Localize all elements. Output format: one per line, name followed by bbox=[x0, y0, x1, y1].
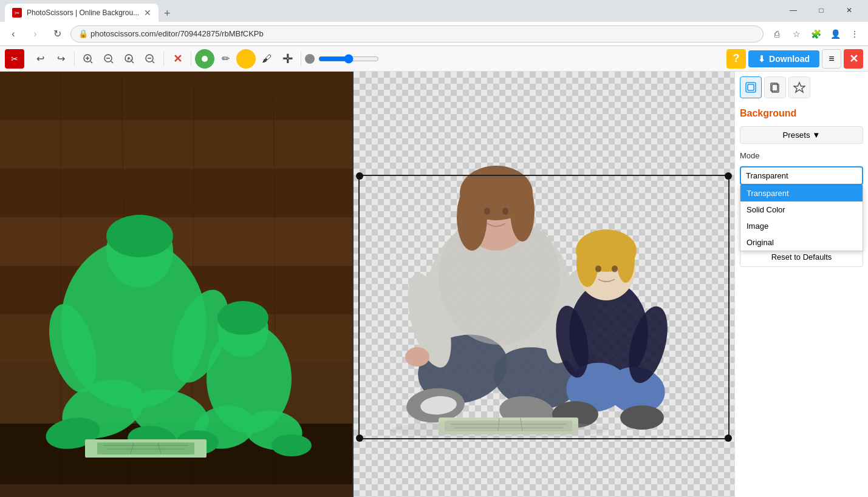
tab-star[interactable] bbox=[788, 76, 810, 98]
forward-btn[interactable]: › bbox=[27, 25, 44, 42]
svg-line-14 bbox=[152, 61, 154, 63]
svg-point-38 bbox=[217, 301, 268, 335]
keep-tool-btn[interactable] bbox=[195, 49, 214, 69]
tab-favicon: ✂ bbox=[12, 8, 22, 18]
dropdown-item-original[interactable]: Original bbox=[740, 234, 863, 251]
canvas-divider bbox=[352, 72, 354, 497]
dropdown-item-solid-color[interactable]: Solid Color bbox=[740, 201, 863, 218]
left-canvas bbox=[0, 72, 352, 497]
app-logo: ✂ bbox=[5, 49, 24, 69]
mode-dropdown[interactable]: Transparent Solid Color Image Original bbox=[740, 185, 863, 251]
dropdown-item-image[interactable]: Image bbox=[740, 218, 863, 234]
more-icon[interactable]: ⋮ bbox=[846, 25, 863, 42]
tab-bar: ✂ PhotoScissors | Online Backgrou... ✕ +… bbox=[0, 0, 868, 22]
canvas-area[interactable] bbox=[0, 72, 734, 497]
size-range-input[interactable] bbox=[318, 54, 379, 64]
download-label: Download bbox=[769, 54, 810, 64]
sep4 bbox=[301, 52, 301, 66]
circle-tool-btn[interactable] bbox=[236, 49, 256, 69]
slider-thumb bbox=[305, 54, 315, 64]
handle-br[interactable] bbox=[725, 434, 732, 442]
svg-point-29 bbox=[106, 215, 173, 257]
clear-btn[interactable]: ✕ bbox=[168, 49, 187, 69]
right-toolbar: ? ⬇ Download ≡ ✕ bbox=[726, 49, 863, 69]
maximize-btn[interactable]: □ bbox=[807, 1, 835, 19]
selection-box[interactable] bbox=[358, 175, 730, 439]
sep3 bbox=[191, 52, 191, 66]
bookmark-icon[interactable]: ☆ bbox=[788, 25, 805, 42]
download-icon: ⬇ bbox=[758, 54, 765, 64]
brush-tool-btn[interactable]: 🖌 bbox=[257, 49, 276, 69]
mode-select[interactable]: Transparent Solid Color Image Original bbox=[740, 166, 863, 185]
zoom-out-btn[interactable] bbox=[99, 49, 118, 69]
svg-rect-16 bbox=[0, 72, 352, 120]
redo-btn[interactable]: ↪ bbox=[51, 49, 70, 69]
svg-line-6 bbox=[111, 61, 113, 63]
svg-point-42 bbox=[272, 434, 312, 456]
main-area: Background Presets ▼ Mode Transparent So… bbox=[0, 72, 868, 497]
app-toolbar: ✂ ↩ ↪ 1:1 ✕ ✏ bbox=[0, 46, 868, 72]
zoom-in-btn[interactable] bbox=[78, 49, 98, 69]
extensions-icon[interactable]: 🧩 bbox=[807, 25, 824, 42]
profile-icon[interactable]: 👤 bbox=[827, 25, 844, 42]
help-btn[interactable]: ? bbox=[726, 49, 746, 69]
handle-tr[interactable] bbox=[725, 172, 732, 180]
dropdown-item-transparent[interactable]: Transparent bbox=[740, 185, 863, 201]
mode-select-wrapper: Transparent Solid Color Image Original T… bbox=[740, 166, 863, 185]
right-sidebar: Background Presets ▼ Mode Transparent So… bbox=[734, 72, 868, 497]
svg-rect-44 bbox=[97, 442, 194, 455]
minimize-btn[interactable]: — bbox=[779, 1, 807, 19]
browser-window: ✂ PhotoScissors | Online Backgrou... ✕ +… bbox=[0, 0, 868, 497]
menu-btn[interactable]: ≡ bbox=[822, 49, 841, 69]
svg-line-8 bbox=[132, 61, 134, 63]
svg-rect-17 bbox=[0, 120, 352, 169]
sep2 bbox=[163, 52, 164, 66]
download-btn[interactable]: ⬇ Download bbox=[748, 50, 819, 67]
sep1 bbox=[74, 52, 75, 66]
zoom-fit-btn[interactable]: 1:1 bbox=[120, 49, 139, 69]
back-btn[interactable]: ‹ bbox=[5, 25, 22, 42]
brush-size-slider bbox=[305, 54, 379, 64]
app-close-btn[interactable]: ✕ bbox=[844, 49, 863, 69]
address-bar: ‹ › ↻ 🔒 photoscissors.com/editor/7094428… bbox=[0, 22, 868, 46]
url-bar[interactable]: 🔒 photoscissors.com/editor/709442875/rbM… bbox=[70, 25, 764, 42]
close-btn[interactable]: ✕ bbox=[835, 1, 863, 19]
tab-background[interactable] bbox=[740, 76, 762, 98]
mode-label: Mode bbox=[740, 151, 863, 160]
presets-btn[interactable]: Presets ▼ bbox=[740, 126, 863, 144]
svg-text:1:1: 1:1 bbox=[127, 58, 132, 62]
url-text: photoscissors.com/editor/709442875/rbMBf… bbox=[91, 29, 264, 38]
new-tab-btn[interactable]: + bbox=[159, 5, 176, 22]
right-canvas bbox=[354, 72, 734, 497]
svg-marker-92 bbox=[794, 83, 805, 92]
tab-copy[interactable] bbox=[764, 76, 786, 98]
share-icon[interactable]: ⎙ bbox=[768, 25, 785, 42]
move-tool-btn[interactable]: ✛ bbox=[278, 49, 297, 69]
tab-title: PhotoScissors | Online Backgrou... bbox=[27, 8, 139, 17]
tab-close-btn[interactable]: ✕ bbox=[144, 8, 151, 18]
section-title: Background bbox=[740, 108, 863, 119]
refresh-btn[interactable]: ↻ bbox=[49, 25, 66, 42]
handle-bl[interactable] bbox=[356, 434, 363, 442]
browser-icons: ⎙ ☆ 🧩 👤 ⋮ bbox=[768, 25, 863, 42]
handle-tl[interactable] bbox=[356, 172, 363, 180]
svg-line-3 bbox=[91, 61, 92, 63]
sidebar-tab-bar bbox=[740, 76, 863, 98]
erase-tool-btn[interactable]: ✏ bbox=[216, 49, 235, 69]
app: ✂ ↩ ↪ 1:1 ✕ ✏ bbox=[0, 46, 868, 497]
svg-rect-89 bbox=[748, 84, 754, 90]
window-controls: — □ ✕ bbox=[779, 1, 863, 22]
presets-label: Presets ▼ bbox=[782, 130, 820, 140]
green-person-svg bbox=[12, 203, 340, 464]
active-tab[interactable]: ✂ PhotoScissors | Online Backgrou... ✕ bbox=[5, 4, 159, 22]
zoom-actual-btn[interactable] bbox=[140, 49, 160, 69]
undo-btn[interactable]: ↩ bbox=[30, 49, 50, 69]
